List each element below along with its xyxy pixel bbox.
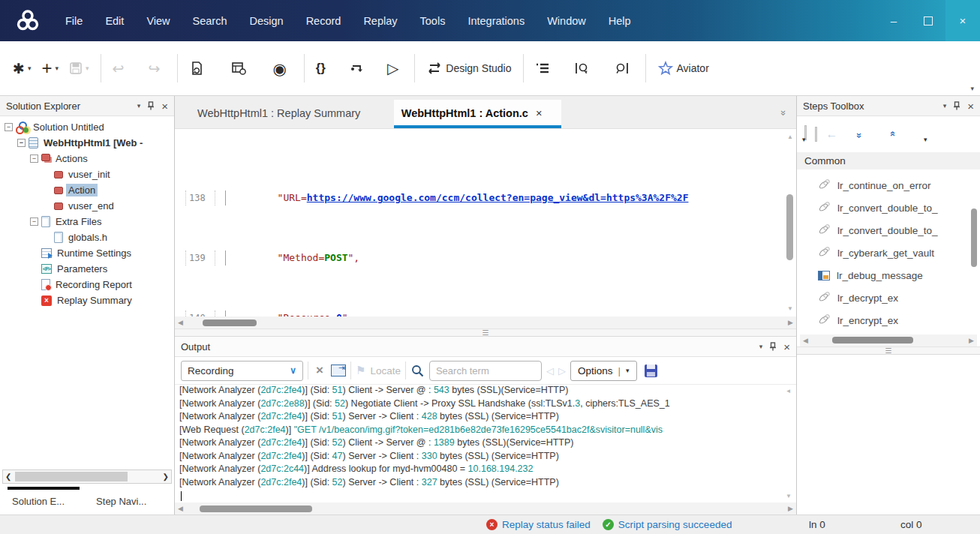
record-button[interactable]: ◉ <box>267 56 291 81</box>
scroll-right-icon[interactable]: ❯ <box>161 472 171 481</box>
scroll-right-icon[interactable]: ▶ <box>788 319 793 326</box>
step-item[interactable]: lr_decrypt_ex <box>818 286 980 309</box>
panel-close-icon[interactable]: × <box>967 100 974 112</box>
scroll-up-icon[interactable]: ▲ <box>787 134 793 140</box>
code-area[interactable]: 138 "URL=https://www.google.com/ccm/coll… <box>175 129 796 316</box>
aviator-button[interactable]: Aviator <box>652 56 714 80</box>
tree-item[interactable]: − Actions <box>0 151 174 166</box>
scroll-left-icon[interactable]: ❮ <box>3 472 14 481</box>
steps-hscrollbar[interactable]: ◀ ▶ <box>800 334 977 346</box>
log-hscrollbar[interactable]: ◀ ▶ <box>175 502 796 514</box>
log-vscrollbar[interactable]: ▲▼ <box>786 388 793 500</box>
step-item[interactable]: lr_end_cross_vuser_tr <box>818 332 980 334</box>
menu-item[interactable]: View <box>135 9 181 33</box>
tree-item[interactable]: − Parameters <box>0 261 174 277</box>
scroll-left-icon[interactable]: ◀ <box>178 319 183 326</box>
menu-item[interactable]: Tools <box>409 9 457 33</box>
menu-item[interactable]: Record <box>295 9 353 33</box>
menu-item[interactable]: Help <box>597 9 642 33</box>
panel-close-icon[interactable]: × <box>161 100 168 112</box>
search-left-button[interactable] <box>569 56 596 80</box>
parsing-status[interactable]: ✓ Script parsing succeeded <box>603 519 732 530</box>
pin-icon[interactable] <box>769 342 777 351</box>
tree-item[interactable]: − Action <box>0 182 174 198</box>
tree-expander-icon[interactable]: − <box>30 154 38 163</box>
tree-item[interactable]: − Recording Report <box>0 277 174 292</box>
search-right-button[interactable] <box>608 56 635 80</box>
tree-item[interactable]: − vuser_end <box>0 198 174 214</box>
collapse-all-icon[interactable]: » <box>886 132 897 136</box>
replay-status[interactable]: × Replay status failed <box>486 519 591 530</box>
document-tab[interactable]: WebHttpHtml1 : Action.c× <box>394 100 562 128</box>
redo-button[interactable]: ↪ <box>143 57 165 80</box>
back-arrow-icon[interactable]: ← <box>826 128 838 141</box>
menu-item[interactable]: Replay <box>352 9 408 33</box>
panel-menu-icon[interactable]: ▾ <box>759 343 763 350</box>
step-item[interactable]: lr_debug_message <box>818 264 980 286</box>
bottom-tab[interactable]: Solution E... <box>12 496 65 507</box>
code-editor[interactable]: 138 "URL=https://www.google.com/ccm/coll… <box>175 129 796 328</box>
editor-output-splitter[interactable]: ☰ <box>175 328 796 337</box>
step-item[interactable]: lr_convert_double_to_ <box>818 196 980 219</box>
tree-item[interactable]: − WebHttpHtml1 [Web - <box>0 135 174 151</box>
panel-close-icon[interactable]: × <box>783 340 790 353</box>
filter-button[interactable]: ▾ <box>804 125 806 143</box>
design-studio-button[interactable]: Design Studio <box>421 57 516 80</box>
more-options-icon[interactable]: ▾ <box>924 136 927 143</box>
tree-item[interactable]: − Replay Summary <box>0 292 174 308</box>
tree-item[interactable]: − Solution Untitled <box>0 119 174 135</box>
tree-item[interactable]: − Extra Files <box>0 214 174 230</box>
step-item[interactable]: lr_cyberark_get_vault <box>818 242 980 264</box>
tree-item[interactable]: − globals.h <box>0 230 174 245</box>
scroll-thumb[interactable] <box>15 472 128 482</box>
save-button[interactable]: ▾ <box>64 57 95 80</box>
filter-button-2[interactable] <box>815 127 817 142</box>
next-result-icon[interactable]: ▷ <box>558 365 566 376</box>
steps-vscrollbar[interactable] <box>971 192 978 267</box>
save-log-button[interactable] <box>645 364 657 377</box>
regenerate-script-button[interactable] <box>184 56 209 80</box>
step-over-button[interactable] <box>344 57 370 80</box>
snippet-button[interactable]: {} <box>311 56 331 80</box>
tree-expander-icon[interactable]: − <box>30 218 38 226</box>
close-button[interactable]: × <box>945 0 980 41</box>
expand-all-icon[interactable]: » <box>854 132 865 136</box>
step-item[interactable]: lr_encrypt_ex <box>818 309 980 332</box>
tree-item[interactable]: − vuser_init <box>0 166 174 182</box>
editor-vscrollbar[interactable]: ▲ ▼ <box>786 134 795 312</box>
bottom-tab[interactable]: Step Navi... <box>96 496 146 507</box>
scroll-down-icon[interactable]: ▼ <box>787 305 793 312</box>
maximize-button[interactable] <box>911 0 945 41</box>
document-tab[interactable]: WebHttpHtml1 : Replay Summary× <box>190 100 394 128</box>
panel-menu-icon[interactable]: ▾ <box>943 102 947 110</box>
tree-item[interactable]: − Runtime Settings <box>0 245 174 261</box>
scroll-thumb[interactable] <box>786 194 793 260</box>
tab-overflow-icon[interactable]: » <box>778 110 789 114</box>
tree-expander-icon[interactable]: − <box>17 139 26 147</box>
minimize-button[interactable]: – <box>876 0 911 41</box>
tab-close-icon[interactable]: × <box>536 107 542 119</box>
steps-group-header[interactable]: Common <box>797 152 980 170</box>
scroll-left-icon[interactable]: ◀ <box>803 337 808 344</box>
menu-item[interactable]: Search <box>182 9 239 33</box>
options-button[interactable]: Options |▾ <box>570 361 637 381</box>
undo-button[interactable]: ↩ <box>107 57 130 80</box>
toolbox-splitter[interactable]: ☰ <box>797 346 980 355</box>
menu-item[interactable]: Integrations <box>456 9 536 33</box>
pin-icon[interactable] <box>147 101 155 110</box>
explorer-hscrollbar[interactable]: ❮ ❯ <box>2 470 172 484</box>
tree-expander-icon[interactable]: − <box>5 123 13 131</box>
recording-options-button[interactable] <box>226 57 252 80</box>
add-button[interactable]: +▾ <box>36 55 64 82</box>
scroll-thumb[interactable] <box>203 320 257 326</box>
steps-list-button[interactable] <box>530 57 555 80</box>
menu-item[interactable]: File <box>54 9 94 33</box>
scroll-left-icon[interactable]: ◀ <box>178 505 183 512</box>
pin-icon[interactable] <box>953 101 960 110</box>
output-log[interactable]: [Network Analyzer (2d7c:2fe4)] (Sid: 51)… <box>175 385 796 502</box>
menu-item[interactable]: Design <box>239 9 295 33</box>
prev-result-icon[interactable]: ◁ <box>546 365 554 376</box>
clear-log-button[interactable]: × <box>313 363 326 378</box>
panel-menu-icon[interactable]: ▾ <box>137 102 141 110</box>
scroll-right-icon[interactable]: ▶ <box>969 337 974 344</box>
